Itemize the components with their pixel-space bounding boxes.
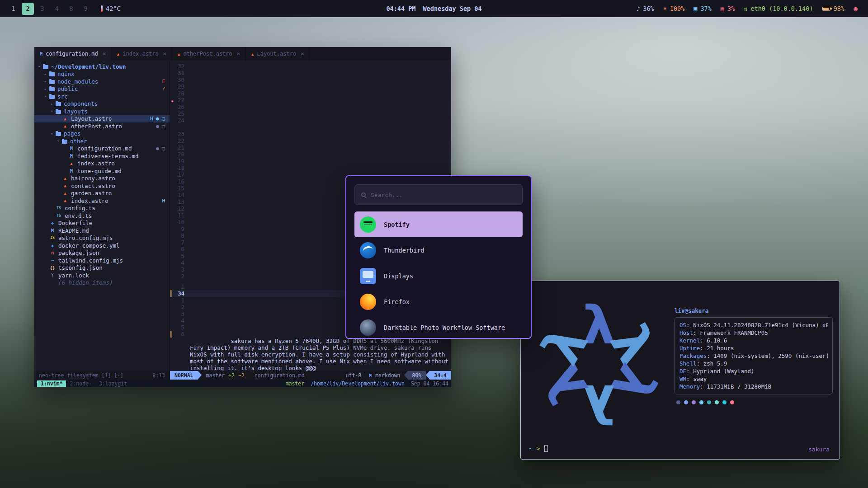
file-name: public (57, 85, 78, 92)
file-tree-item[interactable]: src (34, 93, 170, 100)
fetch-info-row: Shellzsh 5.9 (679, 360, 828, 367)
file-tree-item[interactable]: config.ts (34, 205, 170, 212)
fetch-info-row: Uptime21 hours (679, 344, 828, 352)
gutter-sign (170, 331, 175, 371)
file-tree-item[interactable]: index.astro (34, 160, 170, 168)
file-tree-item[interactable]: astro.config.mjs (34, 235, 170, 242)
tab-close-icon[interactable]: × (237, 51, 240, 57)
gutter-sign (170, 225, 175, 232)
gutter-sign (170, 103, 175, 110)
fetch-info-row: Kernel6.10.6 (679, 337, 828, 344)
gutter-sign (170, 280, 175, 283)
file-icon (56, 206, 62, 211)
module-icon (721, 5, 724, 12)
file-tree-item[interactable]: components (34, 100, 170, 108)
line-number: 1 (175, 283, 190, 290)
file-tree-item[interactable]: other (34, 137, 170, 145)
tab-close-icon[interactable]: × (103, 51, 106, 57)
file-tree-item[interactable]: tsconfig.json (34, 264, 170, 272)
file-tree-item[interactable]: README.md (34, 227, 170, 235)
file-icon (68, 153, 75, 159)
file-tree-item[interactable]: docker-compose.yml (34, 242, 170, 249)
workspace-button[interactable]: 1 (7, 3, 19, 15)
launcher-item[interactable]: Spotify (354, 211, 523, 237)
file-tree-item[interactable]: contact.astro (34, 182, 170, 190)
tmux-window[interactable]: 3:lazygit (95, 380, 131, 387)
tab-label: index.astro (123, 51, 158, 57)
tmux-window[interactable]: 2:node- (66, 380, 95, 387)
file-tree-item[interactable]: tone-guide.md (34, 167, 170, 175)
buffer-line: 29 --- (170, 83, 451, 90)
file-tree-item[interactable]: (6 hidden items) (34, 279, 170, 287)
tab-close-icon[interactable]: × (301, 51, 304, 57)
file-tree-item[interactable]: ~/Development/liv.town (34, 63, 170, 70)
line-number: 13 (175, 198, 190, 205)
launcher-item[interactable]: Thunderbird (354, 237, 523, 263)
cpu-module[interactable]: 37% (693, 5, 712, 12)
powerline-separator-icon (426, 371, 429, 379)
fetch-value: sway (693, 375, 707, 382)
gutter-sign (170, 151, 175, 158)
editor-tab[interactable]: Layout.astro × (246, 47, 310, 61)
line-number: 17 (175, 171, 190, 178)
file-tree-item[interactable]: env.d.ts (34, 212, 170, 220)
launcher-item[interactable]: Firefox (354, 289, 523, 314)
file-tree-item[interactable]: tailwind.config.mjs (34, 257, 170, 264)
file-tree-item[interactable]: balcony.astro (34, 175, 170, 183)
workspace-button[interactable]: 9 (80, 3, 92, 15)
volume-module[interactable]: 36% (636, 5, 654, 12)
fastfetch-output: liv@sakura OSNixOS 24.11.20240828.71e91c… (675, 307, 833, 404)
file-tree-item[interactable]: yarn.lock (34, 272, 170, 279)
fetch-info-box: OSNixOS 24.11.20240828.71e91c4 (Vicuna) … (675, 317, 833, 394)
file-tree-item[interactable]: configuration.md ● □ (34, 145, 170, 153)
brightness-module[interactable]: 100% (663, 5, 685, 12)
tmux-window[interactable]: 1:nvim* (37, 380, 66, 387)
editor-tab[interactable]: index.astro × (112, 47, 172, 61)
file-tree-item[interactable]: garden.astro (34, 190, 170, 197)
file-name: src (57, 93, 68, 100)
editor-tab[interactable]: otherPost.astro × (172, 47, 246, 61)
network-module[interactable]: eth0 (10.0.0.140) (744, 5, 813, 12)
gutter-sign (170, 70, 175, 76)
terminal-window[interactable]: λ λ λ λ λ λ liv@sakura OSNixOS 24.11.202… (520, 281, 840, 460)
search-box[interactable] (354, 184, 523, 205)
buffer-line: 18 package manager nix or emerge (170, 164, 451, 171)
powerline-separator-icon (404, 371, 408, 379)
tab-close-icon[interactable]: × (163, 51, 166, 57)
memory-module[interactable]: 3% (721, 5, 735, 12)
file-tree-item[interactable]: package.json (34, 249, 170, 257)
gutter-sign (170, 144, 175, 151)
editor-tab[interactable]: configuration.md × (34, 47, 112, 61)
app-label: Darktable Photo Workflow Software (384, 324, 505, 331)
file-name: pages (64, 130, 81, 137)
file-tree-item[interactable]: otherPost.astro ● □ (34, 122, 170, 130)
file-tree-item[interactable]: layouts (34, 108, 170, 115)
file-tree-item[interactable]: node_modules E (34, 78, 170, 85)
workspace-button[interactable]: 3 (36, 3, 48, 15)
shell-prompt[interactable]: ~ > (529, 445, 548, 452)
file-icon (49, 272, 56, 278)
search-input[interactable] (371, 192, 516, 198)
file-tree-item[interactable]: Layout.astro H ● □ (34, 115, 170, 123)
file-tree-item[interactable]: fediverse-terms.md (34, 152, 170, 160)
file-tree-item[interactable]: Dockerfile (34, 220, 170, 227)
gutter-sign (170, 297, 175, 304)
workspace-button[interactable]: 2 (22, 3, 34, 15)
launcher-item[interactable]: Darktable Photo Workflow Software (354, 314, 523, 339)
file-icon (62, 176, 68, 181)
launcher-item[interactable]: Displays (354, 263, 523, 289)
chevron-icon (57, 139, 62, 143)
power-module[interactable] (854, 5, 861, 13)
workspace-button[interactable]: 4 (51, 3, 63, 15)
file-tree-item[interactable]: nginx (34, 70, 170, 78)
file-tree-item[interactable]: index.astro H (34, 197, 170, 205)
line-number (175, 280, 190, 283)
temperature-value: 42°C (106, 5, 121, 12)
file-tree-item[interactable]: pages (34, 130, 170, 138)
battery-module[interactable]: 98% (822, 5, 844, 12)
workspace-button[interactable]: 8 (65, 3, 77, 15)
fetch-value: Hyprland (Wayland) (693, 368, 754, 375)
file-tree-item[interactable]: public ? (34, 85, 170, 93)
module-icon (663, 5, 667, 12)
gutter-sign (170, 212, 175, 219)
